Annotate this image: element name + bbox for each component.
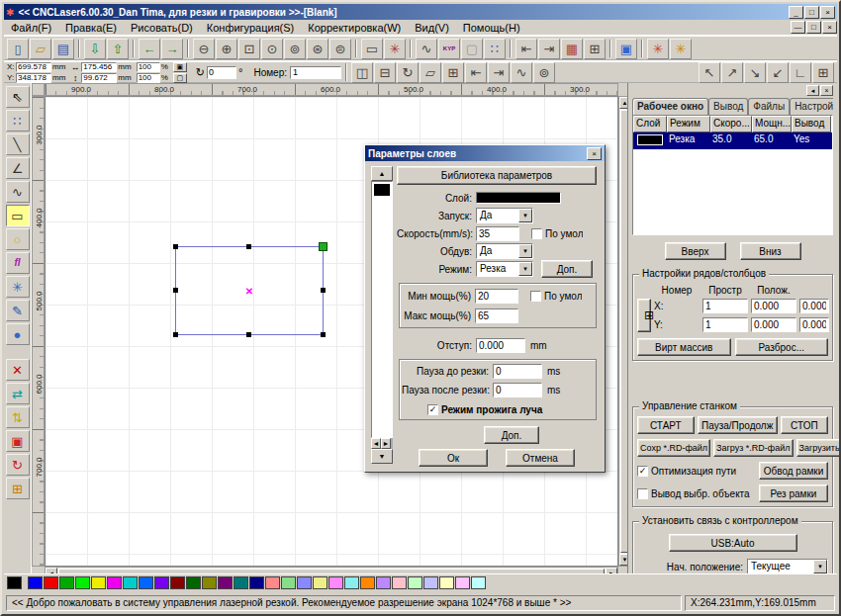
palette-swatch[interactable] [423,576,438,589]
start-button[interactable]: СТАРТ [637,416,695,434]
tab-settings[interactable]: Настройки [790,98,833,115]
anchor-bottom-right-button[interactable]: ↘ [744,62,766,83]
palette-swatch[interactable] [344,576,359,589]
virtual-array-button[interactable]: Вирт массив [637,338,731,356]
chevron-down-icon[interactable]: ▼ [518,209,532,222]
menu-file[interactable]: Файл(F) [4,21,58,35]
zoom-in-button[interactable]: ⊕ [216,39,237,59]
y-position-input[interactable] [16,73,51,83]
optimize-path-checkbox[interactable]: ✓ [637,466,648,477]
dialog-title-bar[interactable]: Параметры слоев × [365,145,605,161]
palette-swatch[interactable] [107,576,122,589]
palette-swatch[interactable] [376,576,391,589]
shrink-width-button[interactable]: ⇤ [515,39,537,59]
palette-swatch[interactable] [392,576,407,589]
sphere-tool[interactable]: ● [6,323,30,345]
rotate-input[interactable] [207,66,236,79]
stop-button[interactable]: СТОП [781,416,828,434]
palette-swatch[interactable] [7,576,22,589]
rotate-tool[interactable]: ↻ [6,454,30,476]
layer-color-swatch[interactable] [476,192,561,204]
burn-mode-checkbox[interactable]: ✓ [427,404,438,415]
chevron-down-icon[interactable]: ▼ [518,244,532,258]
view-back-button[interactable]: ← [139,39,160,59]
speed-input[interactable] [476,226,519,241]
min-power-input[interactable] [475,289,518,304]
layer-table-header-cell[interactable]: Режим [667,116,710,132]
selection-handle-bottom-left[interactable] [173,332,178,337]
selection-handle-top-center[interactable] [246,244,251,249]
array-y-space-input[interactable] [751,317,796,332]
layer-table-header-cell[interactable]: Мощн... [752,116,792,132]
palette-swatch[interactable] [91,576,106,589]
maximize-button[interactable]: □ [804,6,819,19]
export-file-button[interactable]: ⇧ [107,39,129,59]
palette-swatch[interactable] [281,576,296,589]
panel-close-button[interactable]: × [820,85,833,96]
print-button[interactable]: ▦ [561,39,583,59]
array-y-number-input[interactable] [702,317,748,332]
palette-swatch[interactable] [265,576,280,589]
layer-list-scroll-left-icon[interactable]: ◄ [371,438,381,449]
parameter-library-button[interactable]: Библиотека параметров [397,166,597,185]
selection-handle-top-right[interactable] [319,242,327,251]
menu-edit[interactable]: Правка(E) [58,21,124,35]
output-selected-option[interactable]: Вывод выбр. объекта [637,488,756,499]
burn-mode-option[interactable]: ✓ Режим прожига луча [427,404,594,415]
layer-list-color-swatch[interactable] [374,184,390,196]
render-preview-button[interactable]: ✳ [647,39,669,59]
blank-shape-button[interactable]: ▢ [461,39,483,59]
offset-button[interactable]: ⊚ [533,62,555,83]
selection-handle-bottom-right[interactable] [321,332,326,337]
palette-swatch[interactable] [75,576,90,589]
load-rd-file-button[interactable]: Загруз *.RD-файл [713,439,793,457]
menu-help[interactable]: Помощь(Н) [456,21,527,35]
delete-tool[interactable]: ✕ [6,359,30,381]
max-power-input[interactable] [475,308,518,323]
start-position-select[interactable]: Текущее ▼ [747,559,828,574]
x-position-input[interactable] [16,62,51,72]
pan-view-button[interactable]: ⊜ [329,39,351,59]
calculator-button[interactable]: ⊞ [584,39,606,59]
flip-horizontal-tool[interactable]: ⇄ [6,383,30,404]
palette-swatch[interactable] [249,576,264,589]
run-select[interactable]: Да ▼ [476,208,533,223]
selection-handle-bottom-center[interactable] [246,332,251,337]
output-selected-checkbox[interactable] [637,488,648,499]
dock-position-button[interactable]: ⊞ [812,62,834,83]
rotate-90-button[interactable]: ↻ [397,62,419,83]
close-button[interactable]: × [820,6,835,19]
palette-swatch[interactable] [234,576,248,589]
zoom-out-button[interactable]: ⊖ [193,39,215,59]
usb-port-button[interactable]: USB:Auto [669,534,797,552]
palette-swatch[interactable] [218,576,233,589]
width-input[interactable] [81,62,117,72]
minimize-button[interactable]: _ [789,6,803,19]
save-file-button[interactable]: ▤ [52,39,74,59]
open-file-button[interactable]: ▱ [30,39,51,59]
kyp-button[interactable]: KYP [438,39,460,59]
offset-input[interactable] [476,338,525,353]
array-tool[interactable]: ⊞ [6,478,30,499]
title-bar[interactable]: ✱ << CNCLaser6.00.30_Dan Tima, для резки… [4,4,837,20]
array-x-number-input[interactable] [702,299,748,313]
palette-swatch[interactable] [360,576,375,589]
layer-list-scroll-down-icon[interactable]: ▼ [371,449,393,464]
pause-before-input[interactable] [493,364,542,379]
cut-frame-button[interactable]: Рез рамки [759,484,828,502]
scale-y-input[interactable] [137,73,160,83]
curve-fit-button[interactable]: ∿ [511,62,532,83]
star-tool[interactable]: ✳ [6,276,30,298]
power-default-option[interactable]: По умол [530,291,582,302]
import-file-button[interactable]: ⇩ [84,39,106,59]
anchor-top-left-button[interactable]: ↖ [699,62,720,83]
palette-swatch[interactable] [408,576,422,589]
layer-table[interactable]: СлойРежимСкоро...Мощн...ВыводРезка35.065… [632,115,833,235]
speed-default-option[interactable]: По умол [531,228,583,239]
tab-work-window[interactable]: Рабочее окно [632,98,708,115]
optimize-path-option[interactable]: ✓ Оптимизация пути [637,466,756,477]
layer-up-button[interactable]: Вверх [665,242,726,260]
ok-button[interactable]: Ок [419,449,488,467]
selection-handle-middle-right[interactable] [321,288,326,293]
save-rd-file-button[interactable]: Сохр *.RD-файл [637,439,710,457]
